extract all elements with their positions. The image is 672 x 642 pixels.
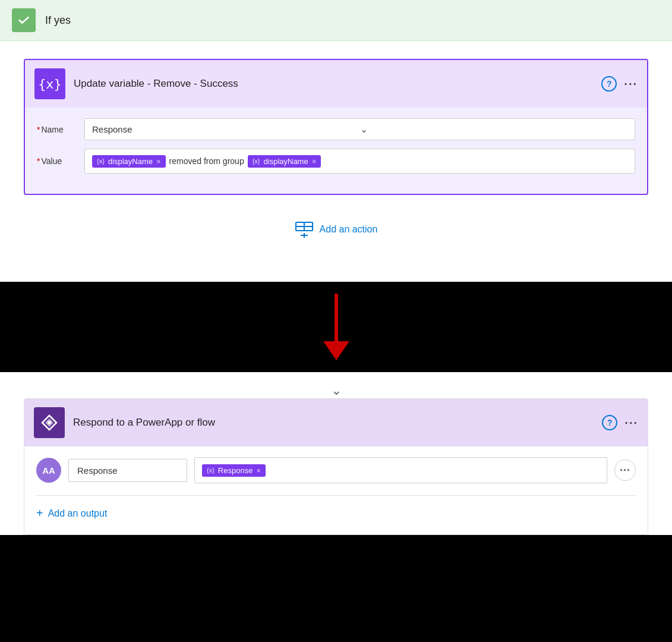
respond-header: Respond to a PowerApp or flow ? ··· [24,399,648,446]
response-token[interactable]: {x} Response × [202,464,266,477]
response-input[interactable]: Response [68,459,187,482]
arrow-head [323,341,349,360]
avatar: AA [36,458,61,483]
chevron-down-icon: ⌄ [331,383,342,398]
help-button[interactable]: ? [601,76,617,92]
add-action-section: Add an action [0,195,672,258]
add-action-icon [295,221,314,238]
respond-title: Respond to a PowerApp or flow [73,417,602,429]
token-icon-2: {x} [253,158,260,165]
if-yes-label: If yes [45,14,71,27]
token-icon-response: {x} [207,467,214,474]
respond-row-more-button[interactable]: ··· [614,460,636,481]
value-field[interactable]: {x} displayName × removed from group {x}… [84,149,635,174]
response-token-field[interactable]: {x} Response × [194,457,607,483]
add-action-label: Add an action [320,224,378,235]
red-arrow [323,294,349,360]
respond-row: AA Response {x} Response × ··· [36,457,636,483]
token-icon-1: {x} [97,158,105,165]
card-header: {x} Update variable - Remove - Success ?… [25,60,647,108]
respond-card-actions: ? ··· [602,415,638,430]
chevron-down-icon: ⌄ [360,124,628,135]
plus-icon: + [36,506,43,520]
connector-arrow: ⌄ [0,372,672,398]
add-output-button[interactable]: + Add an output [36,506,107,520]
divider [36,495,636,496]
powerapp-icon [34,407,65,438]
update-variable-container: {x} Update variable - Remove - Success ?… [0,41,672,195]
add-action-button[interactable]: Add an action [290,219,383,240]
svg-point-5 [48,421,51,424]
respond-more-button[interactable]: ··· [624,416,638,430]
arrow-line [335,294,338,341]
respond-card: Respond to a PowerApp or flow ? ··· AA R… [24,398,648,535]
variable-icon: {x} [34,68,65,99]
arrow-section [0,282,672,372]
add-output-label: Add an output [48,508,108,519]
respond-help-button[interactable]: ? [602,415,617,430]
update-variable-card: {x} Update variable - Remove - Success ?… [24,59,648,195]
bottom-section: ⌄ Respond to a PowerApp or flow ? ··· [0,372,672,535]
name-field-row: *Name Response ⌄ [37,118,635,140]
card-title: Update variable - Remove - Success [74,78,601,90]
top-section: If yes {x} Update variable - Remove - Su… [0,0,672,282]
name-select[interactable]: Response ⌄ [84,118,635,140]
token-displayname-2[interactable]: {x} displayName × [248,155,321,168]
card-body: *Name Response ⌄ *Value [25,108,647,194]
if-yes-header: If yes [0,0,672,41]
token-field[interactable]: {x} displayName × removed from group {x}… [84,149,635,174]
token-displayname-1[interactable]: {x} displayName × [92,155,166,168]
name-label: *Name [37,125,84,134]
card-actions: ? ··· [601,76,638,92]
token-close-response[interactable]: × [256,466,261,475]
token-close-1[interactable]: × [156,157,161,166]
check-icon [12,8,36,32]
token-close-2[interactable]: × [312,157,317,166]
token-middle-text: removed from group [169,156,244,166]
more-options-button[interactable]: ··· [624,77,638,91]
respond-body: AA Response {x} Response × ··· [24,446,648,534]
name-value[interactable]: Response ⌄ [84,118,635,140]
value-field-row: *Value {x} displayName × removed from gr… [37,149,635,174]
value-label: *Value [37,156,84,166]
